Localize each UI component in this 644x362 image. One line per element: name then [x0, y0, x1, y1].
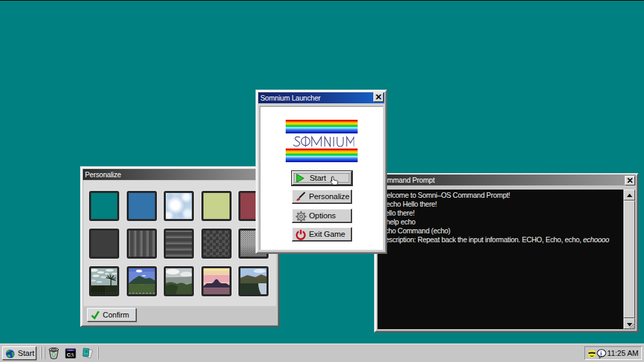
- svg-text:C:\: C:\: [66, 352, 74, 358]
